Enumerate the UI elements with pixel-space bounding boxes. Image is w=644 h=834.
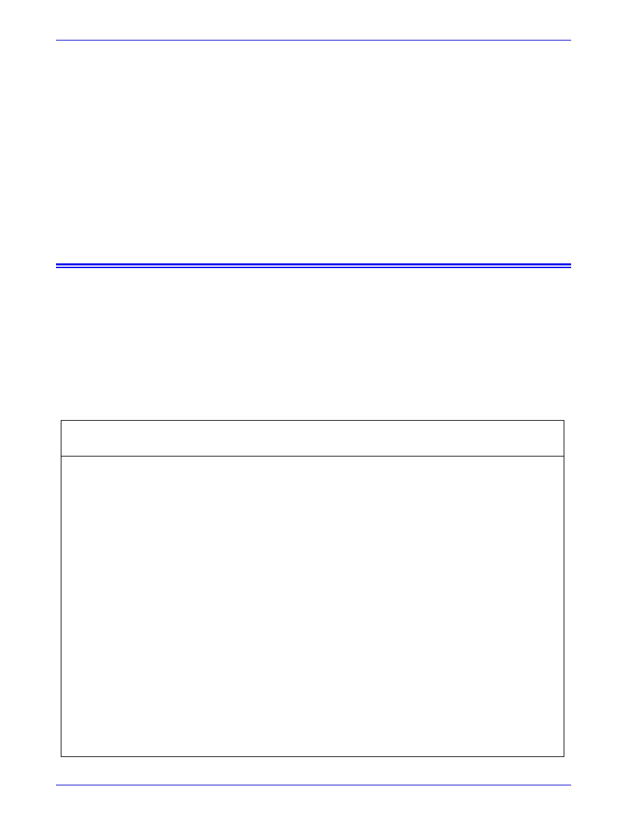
- double-rule-bottom: [56, 267, 571, 268]
- table-body: [61, 457, 564, 756]
- header-divider: [56, 40, 571, 41]
- double-rule-top: [56, 263, 571, 265]
- content-table: [61, 420, 564, 757]
- footer-divider: [56, 785, 571, 785]
- table-header-row: [61, 421, 564, 457]
- section-double-divider: [56, 263, 571, 268]
